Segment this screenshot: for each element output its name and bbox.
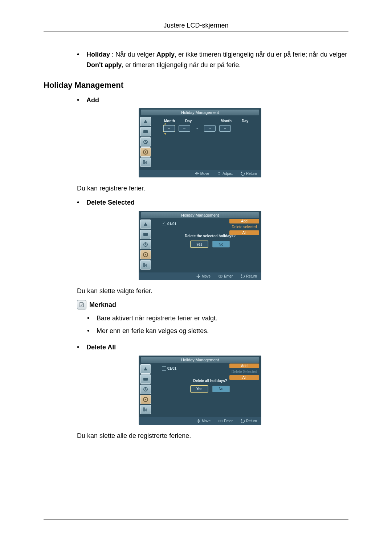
holiday-checkbox-icon[interactable]	[162, 222, 166, 226]
intro-bullet-text: Holiday : Når du velger Apply, er ikke t…	[86, 49, 348, 70]
foot-adjust-label: Adjust	[222, 172, 233, 176]
action-all[interactable]: All	[229, 230, 259, 235]
note-label: Merknad	[89, 301, 116, 309]
col-day-1: Day	[185, 119, 200, 123]
add-desc: Du kan registrere ferier.	[77, 185, 348, 192]
intro-text-1: : Når du velger	[110, 51, 156, 58]
note-row: Merknad	[77, 300, 348, 309]
section-title: Holiday Management	[44, 81, 348, 90]
osd-main: ▲▼ Month Day Month Day	[159, 115, 261, 170]
yes-button[interactable]: Yes	[191, 241, 208, 247]
side-actions: Add Delete selected All	[229, 219, 259, 235]
foot-return: Return	[241, 419, 257, 423]
nav-icon-4[interactable]	[140, 147, 151, 157]
delsel-bullet: • Delete Selected	[77, 197, 348, 208]
note-icon	[77, 300, 86, 309]
foot-move-label: Move	[200, 172, 209, 176]
nav-icon-3[interactable]	[140, 137, 151, 147]
osd-main: 01/01 Add Delete selected All Delete the…	[159, 218, 261, 272]
bullet-icon: •	[87, 326, 97, 336]
yes-button[interactable]: Yes	[191, 386, 208, 392]
field-day-2[interactable]: --	[219, 125, 231, 132]
page-header: Justere LCD-skjermen	[44, 22, 348, 32]
col-month-2: Month	[221, 119, 235, 123]
action-all[interactable]: All	[229, 375, 259, 380]
osd-main: 01/01 Add Delete Selected All Delete all…	[159, 363, 261, 417]
foot-return: Return	[241, 172, 257, 176]
action-add[interactable]: Add	[229, 219, 259, 223]
foot-return-label: Return	[246, 419, 257, 423]
osd-nav	[139, 218, 159, 272]
bullet-icon: •	[77, 95, 86, 106]
nav-icon-2[interactable]	[140, 127, 151, 136]
intro-strong-apply: Apply	[156, 51, 175, 58]
page-header-title: Justere LCD-skjermen	[163, 22, 228, 29]
holiday-date: 01/01	[167, 366, 176, 370]
osd-footer: Move Enter Return	[139, 272, 261, 280]
field-day-1[interactable]: --	[179, 125, 190, 132]
foot-move-label: Move	[202, 274, 211, 278]
bullet-icon: •	[77, 197, 86, 208]
nav-icon-3[interactable]	[140, 240, 151, 249]
action-add[interactable]: Add	[229, 364, 259, 368]
intro-strong-dontapply: Don't apply	[86, 61, 122, 69]
foot-enter-label: Enter	[224, 419, 233, 423]
intro-text-2: , er ikke timeren tilgjengelig når du er…	[175, 51, 347, 58]
svg-point-7	[145, 254, 146, 255]
add-bullet: • Add	[77, 95, 348, 106]
nav-icon-1[interactable]	[140, 219, 151, 229]
foot-move: Move	[196, 274, 211, 278]
nav-icon-1[interactable]	[140, 117, 151, 126]
nav-icon-1[interactable]	[140, 364, 151, 374]
osd-title: Holiday Management	[141, 110, 259, 115]
note-item-2-text: Mer enn en ferie kan velges og slettes.	[97, 326, 209, 336]
osd-title: Holiday Management	[141, 212, 259, 218]
osd-delall: Holiday Management 01/01	[139, 356, 261, 425]
side-actions: Add Delete Selected All	[229, 364, 259, 380]
note-item-2: • Mer enn en ferie kan velges og slettes…	[87, 326, 348, 336]
field-month-2[interactable]: --	[204, 125, 216, 132]
intro-strong-holiday: Holiday	[86, 51, 110, 58]
svg-rect-9	[143, 378, 148, 381]
nav-icon-4[interactable]	[140, 395, 151, 404]
osd-delsel: Holiday Management 01/01	[139, 211, 261, 280]
bullet-icon: •	[77, 342, 86, 353]
page: Justere LCD-skjermen • Holiday : Når du …	[0, 0, 392, 554]
svg-point-12	[145, 399, 146, 400]
col-day-2: Day	[242, 119, 256, 123]
range-sep: ~	[194, 127, 200, 131]
delall-label: Delete All	[86, 344, 116, 351]
delsel-label: Delete Selected	[86, 199, 135, 206]
nav-icon-5[interactable]	[140, 260, 151, 270]
nav-icon-5[interactable]	[140, 405, 151, 414]
intro-text-3: , er timeren tilgjengelig når du er på f…	[122, 61, 241, 69]
delsel-desc: Du kan slette valgte ferier.	[77, 287, 348, 295]
foot-adjust: Adjust	[217, 172, 233, 176]
nav-icon-4[interactable]	[140, 250, 151, 259]
svg-rect-4	[143, 233, 148, 236]
foot-return-label: Return	[246, 172, 257, 176]
nav-icon-3[interactable]	[140, 385, 151, 394]
foot-move-label: Move	[202, 419, 211, 423]
foot-enter-label: Enter	[224, 274, 233, 278]
no-button[interactable]: No	[212, 241, 230, 247]
foot-enter: Enter	[219, 419, 233, 423]
foot-enter: Enter	[219, 274, 233, 278]
action-delete-selected[interactable]: Delete selected	[229, 225, 259, 229]
intro-block: • Holiday : Når du velger Apply, er ikke…	[77, 49, 348, 70]
osd-footer: Move Enter Return	[139, 417, 261, 425]
nav-icon-2[interactable]	[140, 374, 151, 384]
no-button[interactable]: No	[212, 386, 230, 392]
holiday-date: 01/01	[167, 222, 176, 226]
nav-icon-2[interactable]	[140, 230, 151, 239]
footer-rule	[44, 520, 348, 520]
holiday-checkbox-icon[interactable]	[162, 366, 166, 371]
confirm-dialog: Delete all holidays? Yes No	[174, 379, 246, 392]
adjust-arrows-icon: ▲▼	[164, 122, 167, 136]
foot-move: Move	[195, 172, 209, 176]
action-delete-selected[interactable]: Delete Selected	[229, 369, 259, 374]
nav-icon-5[interactable]	[140, 157, 151, 167]
bullet-icon: •	[77, 49, 86, 60]
intro-bullet: • Holiday : Når du velger Apply, er ikke…	[77, 49, 348, 70]
osd-add: Holiday Management ▲▼	[139, 108, 261, 177]
